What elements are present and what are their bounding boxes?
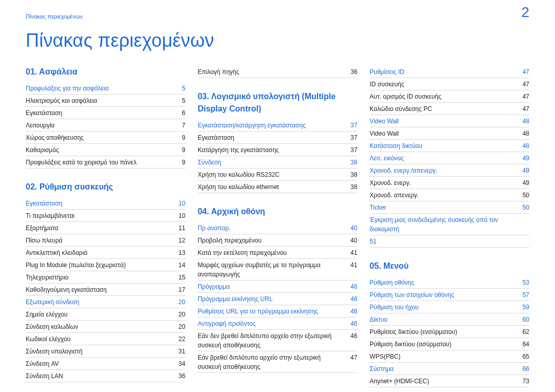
toc-entry-label: Ρυθμίσεις ID (369, 67, 404, 77)
toc-entry[interactable]: Anynet+ (HDMI-CEC)73 (369, 375, 529, 387)
toc-section-link[interactable]: Ticker50 (369, 201, 529, 214)
toc-entry-page: 37 (348, 145, 357, 155)
toc-entry-page: 48 (520, 117, 529, 126)
toc-entry-page: 14 (176, 260, 186, 270)
toc-section-link[interactable]: Video Wall48 (369, 115, 529, 127)
toc-entry-page: 47 (520, 80, 529, 89)
toc-entry-page: 41 (348, 248, 357, 257)
toc-entry[interactable]: Χρήση του καλωδίου RS232C38 (198, 169, 358, 181)
toc-section-link[interactable]: Ρύθμιση των στοιχείων οθόνης57 (369, 289, 529, 301)
toc-entry-label: Ρύθμιση του ήχου (369, 303, 418, 312)
toc-entry-page: 15 (176, 273, 186, 282)
toc-section-link[interactable]: Εγκατάσταση/κατάργηση εγκατάστασης37 (198, 119, 358, 132)
toc-entry-page: 49 (520, 154, 529, 163)
toc-entry-page: 38 (348, 170, 357, 179)
toc-section-link[interactable]: Εξωτερική σύνδεση20 (26, 296, 186, 308)
toc-entry[interactable]: Video Wall48 (369, 127, 529, 140)
toc-entry-page: 20 (176, 322, 186, 331)
toc-entry[interactable]: Κωδικοί ελέγχου22 (26, 333, 186, 345)
toc-entry-label: WPS(PBC) (369, 352, 400, 361)
toc-section-link[interactable]: Προφυλάξεις για την ασφάλεια5 (26, 82, 186, 95)
toc-entry[interactable]: Μορφές αρχείων συμβατές με το πρόγραμμα … (198, 259, 358, 281)
toc-entry-page: 47 (520, 92, 529, 101)
toc-entry[interactable]: Σύνδεση καλωδίων20 (26, 321, 186, 333)
toc-entry-page: 40 (348, 223, 357, 233)
toc-entry-label: Τηλεχειριστήριο (26, 273, 68, 282)
toc-section-link[interactable]: Σύνδεση38 (198, 156, 358, 169)
toc-entry-label: Κατάργηση της εγκατάστασης (198, 145, 279, 155)
toc-entry[interactable]: Χρονοδ. απενεργ.50 (369, 189, 529, 201)
toc-entry[interactable]: WPS(PBC)65 (369, 350, 529, 363)
toc-section-link[interactable]: Κατάσταση δικτύου48 (369, 140, 529, 152)
toc-entry-page: 38 (348, 158, 357, 167)
toc-section-link[interactable]: 51 (369, 235, 529, 248)
toc-entry[interactable]: Χρονοδ. ενεργ.49 (369, 177, 529, 189)
document-page: 2 Πίνακας περιεχομένων Πίνακας περιεχομέ… (0, 0, 555, 392)
toc-entry[interactable]: Πίσω πλευρά12 (26, 234, 186, 247)
toc-entry[interactable]: Επιλογή πηγής36 (198, 66, 358, 78)
toc-entry[interactable]: Σύνδεση υπολογιστή31 (26, 345, 186, 358)
toc-entry-label: Χρονοδ. ενεργ. (369, 178, 411, 188)
toc-section-link[interactable]: Ρυθμίσεις URL για το πρόγραμμα εκκίνησης… (198, 305, 358, 318)
toc-section-link[interactable]: Λειτ. εικόνας49 (369, 152, 529, 164)
toc-entry-page: 46 (348, 319, 357, 328)
toc-entry[interactable]: Προβολή περιεχομένου40 (198, 234, 358, 247)
toc-entry[interactable]: Κατάργηση της εγκατάστασης37 (198, 144, 358, 156)
toc-section-link[interactable]: Αντιγραφή προϊόντος46 (198, 318, 358, 330)
toc-section-link[interactable]: Εγκατάσταση10 (26, 197, 186, 210)
toc-entry[interactable]: ID συσκευής47 (369, 78, 529, 90)
toc-entry-label: Ρύθμιση των στοιχείων οθόνης (369, 290, 454, 300)
toc-entry-page: 34 (176, 359, 186, 368)
toc-entry[interactable]: Εάν δεν βρεθεί διπλότυπο αρχείο στην εξω… (198, 330, 358, 351)
toc-entry-page: 31 (176, 347, 186, 356)
toc-entry[interactable]: Λειτουργία7 (26, 119, 186, 132)
header-breadcrumb: Πίνακας περιεχομένων (26, 13, 529, 20)
toc-section-link[interactable]: Πρ.αναπαρ.40 (198, 222, 358, 234)
toc-entry[interactable]: Προφυλάξεις κατά το χειρισμό του πάνελ9 (26, 156, 186, 169)
toc-entry-page (520, 237, 529, 246)
toc-entry[interactable]: Ρυθμίσεις δικτύου (ενσύρματου)62 (369, 326, 529, 338)
toc-entry[interactable]: Κατά την εκτέλεση περιεχομένου41 (198, 247, 358, 259)
toc-entry[interactable]: Καθοδηγούμενη εγκατάσταση17 (26, 284, 186, 296)
toc-entry-label: Χώρος αποθήκευσης (26, 133, 84, 142)
toc-section-link[interactable]: Ρυθμίσεις ID47 (369, 66, 529, 78)
toc-entry-label: Λειτ. εικόνας (369, 154, 404, 163)
toc-entry[interactable]: Χώρος αποθήκευσης9 (26, 132, 186, 144)
toc-section-link[interactable]: Δίκτυο60 (369, 313, 529, 326)
toc-entry[interactable]: Εγκατάσταση6 (26, 107, 186, 119)
toc-entry-label: Πρόγραμμα εκκίνησης URL (198, 294, 273, 304)
toc-entry[interactable]: Σύνδεση LAN36 (26, 370, 186, 382)
toc-entry-page: 22 (176, 334, 186, 344)
toc-entry[interactable]: Σύνδεση AV34 (26, 358, 186, 370)
toc-section-link[interactable]: Ρύθμιση οθόνης53 (369, 276, 529, 289)
toc-entry-label: Εγκατάσταση (26, 108, 62, 118)
toc-entry-label: Κατά την εκτέλεση περιεχομένου (198, 248, 287, 257)
toc-entry-page: 5 (176, 96, 186, 105)
toc-entry-page: 20 (176, 297, 186, 307)
toc-section-link[interactable]: Πρόγραμμα46 (198, 281, 358, 293)
toc-entry-label: Ρύθμιση οθόνης (369, 278, 414, 287)
toc-entry[interactable]: Εγκατάσταση37 (198, 132, 358, 144)
toc-entry[interactable]: Τηλεχειριστήριο15 (26, 271, 186, 284)
toc-entry-page: 65 (520, 352, 529, 361)
toc-entry[interactable]: Αυτ. ορισμός ID συσκευής47 (369, 90, 529, 103)
toc-entry[interactable]: Καλώδιο σύνδεσης PC47 (369, 103, 529, 115)
toc-entry[interactable]: Ρύθμιση δικτύου (ασύρματου)64 (369, 338, 529, 350)
toc-entry[interactable]: Εξαρτήματα11 (26, 222, 186, 234)
toc-section-link[interactable]: Ρύθμιση του ήχου59 (369, 301, 529, 313)
toc-section-link[interactable]: Σύστημα66 (369, 363, 529, 375)
toc-section-link[interactable]: Χρονοδ. ενεργ./απενεργ.49 (369, 164, 529, 177)
toc-entry[interactable]: Καθαρισμός9 (26, 144, 186, 156)
toc-entry[interactable]: Αντικλεπτική κλειδαριά13 (26, 247, 186, 259)
toc-entry-label: Εγκατάσταση (198, 133, 234, 142)
toc-entry[interactable]: Σημεία ελέγχου20 (26, 308, 186, 321)
toc-column-1: 01. ΑσφάλειαΠροφυλάξεις για την ασφάλεια… (26, 66, 186, 387)
toc-entry[interactable]: Ηλεκτρισμός και ασφάλεια5 (26, 95, 186, 107)
toc-entry-page: 47 (348, 353, 357, 371)
toc-section-link[interactable]: Έγκριση μιας συνδεδεμένης συσκευής από τ… (369, 214, 529, 235)
toc-section-link[interactable]: Πρόγραμμα εκκίνησης URL46 (198, 293, 358, 305)
toc-entry[interactable]: Plug In Module (πωλείται ξεχωριστά)14 (26, 259, 186, 271)
toc-entry[interactable]: Εάν βρεθεί διπλότυπο αρχείο στην εξωτερι… (198, 351, 358, 373)
toc-entry[interactable]: Χρήση του καλωδίου ethernet38 (198, 181, 358, 193)
toc-entry[interactable]: Τι περιλαμβάνεται10 (26, 210, 186, 222)
